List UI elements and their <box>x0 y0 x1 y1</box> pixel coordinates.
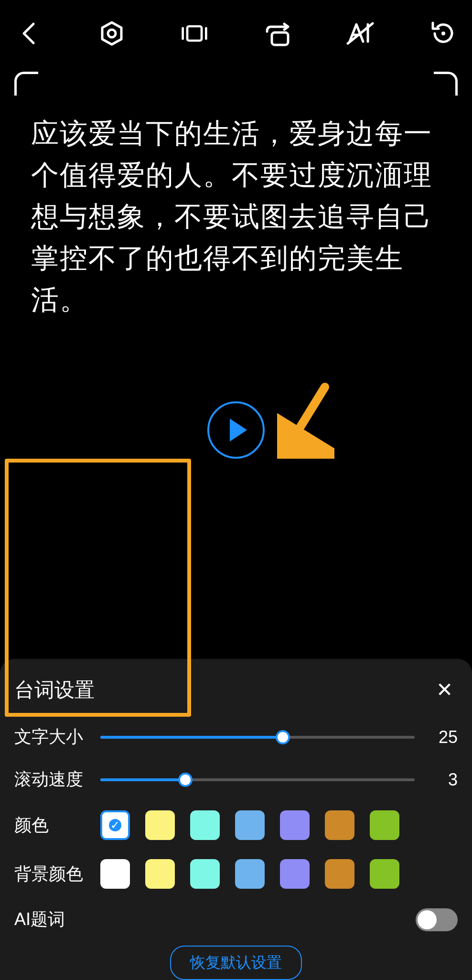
back-button[interactable] <box>14 19 43 48</box>
vibrate-icon[interactable] <box>180 19 209 48</box>
text-color-swatch[interactable] <box>235 810 265 840</box>
svg-marker-0 <box>102 22 121 44</box>
bg-color-label: 背景颜色 <box>14 862 100 886</box>
font-size-value: 25 <box>429 727 458 747</box>
text-color-swatch[interactable] <box>100 810 130 840</box>
text-color-swatch[interactable] <box>190 810 220 840</box>
reset-defaults-button[interactable]: 恢复默认设置 <box>170 946 302 980</box>
svg-point-8 <box>441 32 445 35</box>
bg-color-swatch[interactable] <box>100 859 130 889</box>
loop-icon[interactable] <box>263 19 292 48</box>
viewport-corner-tr <box>434 72 458 96</box>
svg-rect-5 <box>272 32 288 45</box>
close-button[interactable]: ✕ <box>431 673 458 706</box>
text-color-swatch[interactable] <box>325 810 354 840</box>
teleprompter-text: 应该爱当下的生活，爱身边每一个值得爱的人。不要过度沉湎理想与想象，不要试图去追寻… <box>19 76 453 320</box>
ai-prompt-toggle[interactable] <box>416 908 458 931</box>
annotation-arrow <box>277 382 334 459</box>
bg-color-swatch[interactable] <box>280 859 310 889</box>
text-color-swatch[interactable] <box>370 810 399 840</box>
play-button[interactable] <box>207 401 265 459</box>
svg-point-1 <box>108 30 116 37</box>
text-color-swatch[interactable] <box>280 810 310 840</box>
viewport-corner-tl <box>14 72 38 96</box>
bg-color-swatch[interactable] <box>190 859 220 889</box>
play-icon <box>230 419 247 442</box>
scroll-speed-label: 滚动速度 <box>14 768 100 791</box>
bg-color-swatch[interactable] <box>370 859 399 889</box>
bg-color-swatch[interactable] <box>235 859 265 889</box>
scroll-speed-value: 3 <box>429 770 458 790</box>
reset-history-icon[interactable] <box>429 19 458 48</box>
panel-title: 台词设置 <box>14 677 95 703</box>
font-size-slider[interactable] <box>100 730 415 744</box>
settings-gear-icon[interactable] <box>97 19 126 48</box>
bg-color-swatch[interactable] <box>325 859 354 889</box>
text-color-swatch[interactable] <box>145 810 175 840</box>
svg-rect-2 <box>187 26 202 41</box>
font-size-label: 文字大小 <box>14 725 100 749</box>
ai-off-icon[interactable] <box>346 19 375 48</box>
settings-panel: 台词设置 ✕ 文字大小 25 滚动速度 3 颜色 背景颜色 AI题词 恢复默认设… <box>0 659 472 980</box>
scroll-speed-slider[interactable] <box>100 773 415 787</box>
text-color-label: 颜色 <box>14 814 100 837</box>
svg-line-10 <box>287 387 325 449</box>
ai-prompt-label: AI题词 <box>14 908 100 931</box>
bg-color-swatch[interactable] <box>145 859 175 889</box>
